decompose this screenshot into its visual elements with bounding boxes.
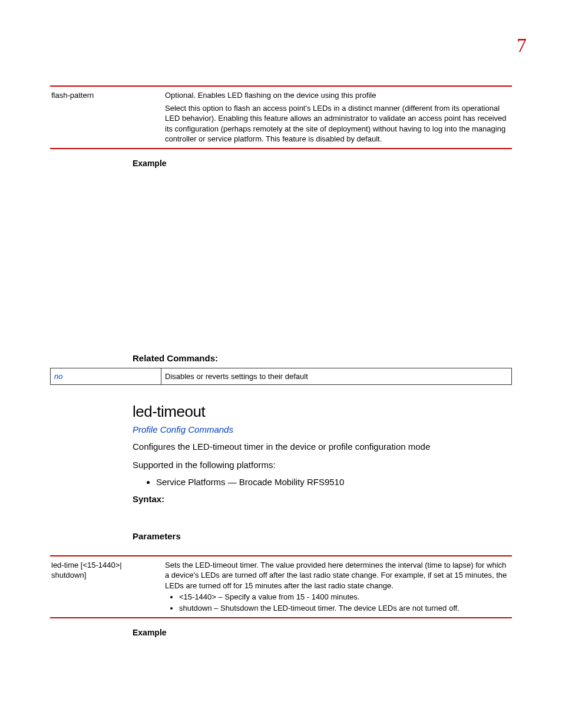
no-command-link[interactable]: no bbox=[54, 372, 62, 381]
related-commands-table: no Disables or reverts settings to their… bbox=[50, 368, 512, 385]
related-cmd-cell: no bbox=[51, 368, 161, 384]
param2-bullets: <15-1440> – Specify a value from 15 - 14… bbox=[165, 592, 508, 613]
led-timeout-params-table: led-time [<15-1440>| shutdown] Sets the … bbox=[50, 555, 512, 619]
param2-bullet-1: <15-1440> – Specify a value from 15 - 14… bbox=[179, 592, 508, 602]
example-section-1: Example Related Commands: bbox=[133, 159, 512, 363]
example-heading-2: Example bbox=[133, 628, 512, 637]
param2-bullet-2: shutdown – Shutsdown the LED-timeout tim… bbox=[179, 603, 508, 614]
page-number: 7 bbox=[517, 34, 527, 57]
param-desc-line2: Select this option to flash an access po… bbox=[165, 103, 508, 144]
supported-text: Supported in the following platforms: bbox=[133, 459, 512, 471]
profile-config-link[interactable]: Profile Config Commands bbox=[133, 424, 512, 434]
platform-list: Service Platforms — Brocade Mobility RFS… bbox=[133, 477, 512, 487]
param2-desc-text: Sets the LED-timeout timer. The value pr… bbox=[165, 560, 508, 591]
param2-name-cell: led-time [<15-1440>| shutdown] bbox=[50, 556, 164, 618]
content-area: flash-pattern Optional. Enables LED flas… bbox=[50, 85, 512, 637]
syntax-heading: Syntax: bbox=[133, 494, 512, 504]
related-commands-heading: Related Commands: bbox=[133, 353, 512, 363]
param-name-cell: flash-pattern bbox=[50, 86, 164, 149]
param2-desc-cell: Sets the LED-timeout timer. The value pr… bbox=[164, 556, 512, 618]
section-title: led-timeout bbox=[133, 403, 512, 421]
param-desc-cell: Optional. Enables LED flashing on the de… bbox=[164, 86, 512, 149]
page: 7 flash-pattern Optional. Enables LED fl… bbox=[0, 0, 562, 664]
platform-item: Service Platforms — Brocade Mobility RFS… bbox=[156, 477, 512, 487]
param-desc-line1: Optional. Enables LED flashing on the de… bbox=[165, 90, 508, 101]
example-heading-1: Example bbox=[133, 159, 512, 168]
led-timeout-section: led-timeout Profile Config Commands Conf… bbox=[133, 403, 512, 541]
intro-text: Configures the LED-timeout timer in the … bbox=[133, 440, 512, 453]
flash-pattern-table: flash-pattern Optional. Enables LED flas… bbox=[50, 85, 512, 149]
parameters-heading: Parameters bbox=[133, 531, 512, 541]
example-section-2: Example bbox=[133, 628, 512, 637]
related-desc-cell: Disables or reverts settings to their de… bbox=[161, 368, 512, 384]
